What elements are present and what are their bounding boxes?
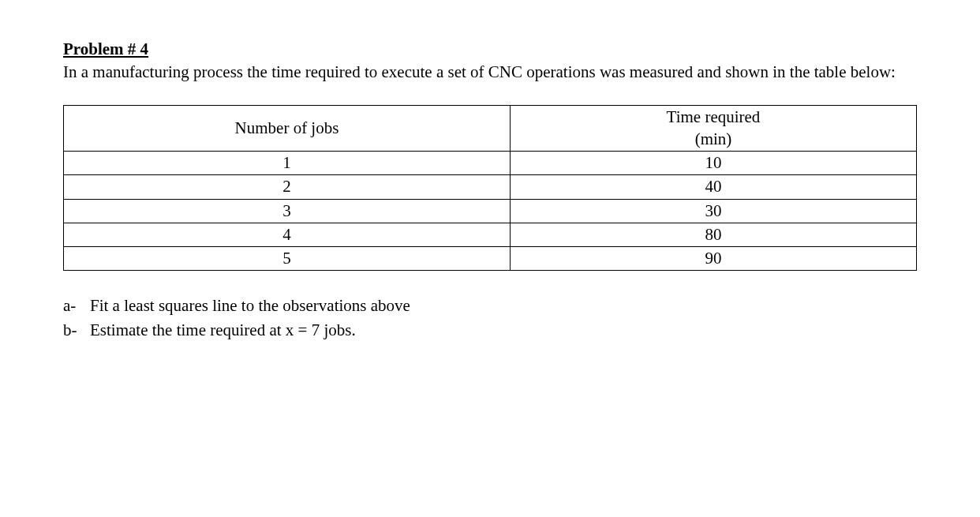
question-b-label: b- bbox=[63, 319, 90, 341]
question-a-label: a- bbox=[63, 294, 90, 317]
data-table: Number of jobs Time required (min) 1 10 … bbox=[63, 105, 917, 271]
header-time: Time required (min) bbox=[510, 106, 916, 152]
cell-jobs: 1 bbox=[64, 151, 511, 174]
problem-description: In a manufacturing process the time requ… bbox=[63, 61, 917, 83]
table-row: 1 10 bbox=[64, 151, 917, 174]
cell-jobs: 2 bbox=[64, 175, 511, 199]
cell-jobs: 3 bbox=[64, 199, 511, 223]
cell-jobs: 4 bbox=[64, 223, 511, 246]
cell-jobs: 5 bbox=[64, 247, 511, 271]
header-time-line1: Time required bbox=[667, 107, 761, 126]
table-header-row: Number of jobs Time required (min) bbox=[64, 106, 917, 152]
table-row: 2 40 bbox=[64, 175, 917, 199]
questions-list: a- Fit a least squares line to the obser… bbox=[63, 294, 917, 341]
problem-title: Problem # 4 bbox=[63, 39, 917, 59]
table-row: 5 90 bbox=[64, 247, 917, 271]
question-a-text: Fit a least squares line to the observat… bbox=[90, 294, 917, 317]
table-row: 3 30 bbox=[64, 199, 917, 223]
cell-time: 80 bbox=[510, 223, 916, 246]
question-b-text: Estimate the time required at x = 7 jobs… bbox=[90, 319, 917, 341]
question-a: a- Fit a least squares line to the obser… bbox=[63, 294, 917, 317]
cell-time: 10 bbox=[510, 151, 916, 174]
cell-time: 40 bbox=[510, 175, 916, 199]
cell-time: 30 bbox=[510, 199, 916, 223]
table-row: 4 80 bbox=[64, 223, 917, 246]
cell-time: 90 bbox=[510, 247, 916, 271]
header-jobs: Number of jobs bbox=[64, 106, 511, 152]
header-time-line2: (min) bbox=[695, 129, 732, 148]
question-b: b- Estimate the time required at x = 7 j… bbox=[63, 319, 917, 341]
